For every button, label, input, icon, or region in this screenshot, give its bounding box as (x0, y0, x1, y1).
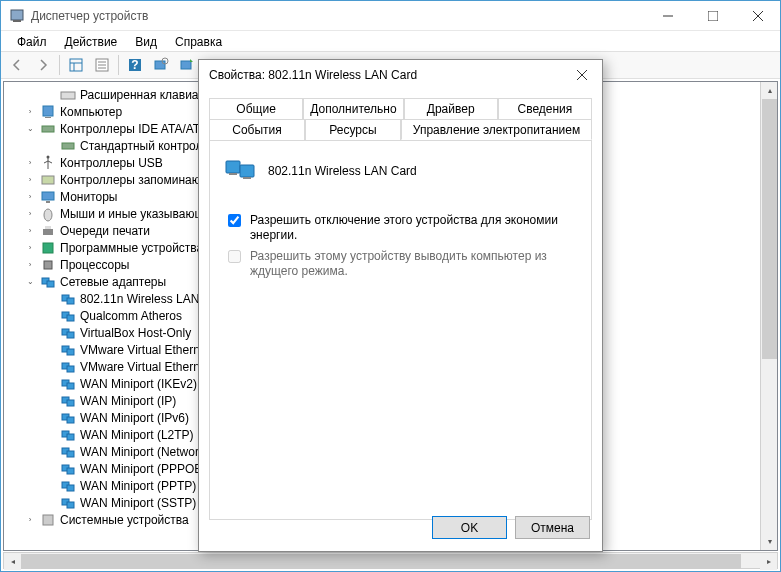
tree-toggle-spacer (44, 310, 56, 322)
tree-label[interactable]: Процессоры (60, 258, 130, 272)
dialog-buttons: OK Отмена (432, 516, 590, 539)
scroll-up-button[interactable]: ▴ (761, 82, 778, 99)
tree-label[interactable]: WAN Miniport (SSTP) (80, 496, 196, 510)
tree-label[interactable]: Компьютер (60, 105, 122, 119)
tree-toggle-icon[interactable]: › (24, 242, 36, 254)
app-icon (9, 8, 25, 24)
tree-label[interactable]: Программные устройства (60, 241, 203, 255)
tree-label[interactable]: Системные устройства (60, 513, 189, 527)
usb-icon (40, 155, 56, 171)
update-driver-button[interactable] (175, 54, 199, 76)
scan-hardware-button[interactable] (149, 54, 173, 76)
tree-toggle-icon[interactable]: › (24, 106, 36, 118)
allow-power-off-checkbox[interactable] (228, 214, 241, 227)
system-icon (40, 512, 56, 528)
tab-power-management[interactable]: Управление электропитанием (401, 119, 592, 140)
svg-rect-35 (67, 298, 74, 304)
show-hide-tree-button[interactable] (64, 54, 88, 76)
tree-label[interactable]: WAN Miniport (IKEv2) (80, 377, 197, 391)
svg-rect-63 (226, 161, 240, 173)
tree-toggle-icon[interactable]: › (24, 191, 36, 203)
tree-label[interactable]: Сетевые адаптеры (60, 275, 166, 289)
cancel-button[interactable]: Отмена (515, 516, 590, 539)
svg-rect-37 (67, 315, 74, 321)
forward-button[interactable] (31, 54, 55, 76)
ok-button[interactable]: OK (432, 516, 507, 539)
svg-rect-18 (61, 92, 75, 99)
menu-action[interactable]: Действие (57, 33, 126, 49)
net-icon (60, 410, 76, 426)
properties-toolbar-button[interactable] (90, 54, 114, 76)
svg-rect-28 (43, 229, 53, 235)
minimize-button[interactable] (645, 1, 690, 31)
tab-details[interactable]: Сведения (498, 98, 592, 119)
net-icon (40, 274, 56, 290)
net-icon (60, 308, 76, 324)
tree-label[interactable]: WAN Miniport (PPTP) (80, 479, 196, 493)
menu-view[interactable]: Вид (127, 33, 165, 49)
back-button[interactable] (5, 54, 29, 76)
horizontal-scrollbar[interactable]: ◂ ▸ (3, 552, 778, 569)
menu-file[interactable]: Файл (9, 33, 55, 49)
tree-toggle-icon[interactable]: › (24, 208, 36, 220)
tree-label[interactable]: Мониторы (60, 190, 117, 204)
svg-rect-15 (155, 61, 165, 69)
tree-label[interactable]: WAN Miniport (PPPOE) (80, 462, 206, 476)
cpu-icon (40, 257, 56, 273)
tree-toggle-icon[interactable]: › (24, 225, 36, 237)
network-adapter-icon (224, 155, 256, 187)
tree-toggle-icon[interactable]: › (24, 514, 36, 526)
dialog-close-button[interactable] (562, 61, 602, 89)
close-button[interactable] (735, 1, 780, 31)
svg-rect-51 (67, 434, 74, 440)
device-manager-window: Диспетчер устройств Файл Действие Вид Сп… (0, 0, 781, 572)
tree-toggle-icon[interactable]: › (24, 157, 36, 169)
tree-label[interactable]: Очереди печати (60, 224, 150, 238)
maximize-button[interactable] (690, 1, 735, 31)
tree-label[interactable]: WAN Miniport (IP) (80, 394, 176, 408)
tree-label[interactable]: VirtualBox Host-Only (80, 326, 191, 340)
svg-rect-47 (67, 400, 74, 406)
device-name-label: 802.11n Wireless LAN Card (268, 164, 417, 178)
scroll-thumb-v[interactable] (762, 99, 777, 359)
tree-label[interactable]: VMware Virtual Ethernet (80, 343, 210, 357)
svg-rect-66 (243, 177, 251, 179)
tree-toggle-icon[interactable]: ⌄ (24, 276, 36, 288)
storage-icon (40, 172, 56, 188)
tree-label[interactable]: Qualcomm Atheros (80, 309, 182, 323)
tree-toggle-icon[interactable]: ⌄ (24, 123, 36, 135)
svg-rect-33 (47, 281, 54, 287)
tab-strip: Общие Дополнительно Драйвер Сведения Соб… (209, 98, 592, 140)
tree-toggle-icon[interactable]: › (24, 259, 36, 271)
net-icon (60, 342, 76, 358)
ide-icon (40, 121, 56, 137)
allow-power-off-label[interactable]: Разрешить отключение этого устройства дл… (250, 213, 577, 243)
menubar: Файл Действие Вид Справка (1, 31, 780, 51)
titlebar[interactable]: Диспетчер устройств (1, 1, 780, 31)
menu-help[interactable]: Справка (167, 33, 230, 49)
svg-rect-29 (45, 226, 51, 229)
scroll-thumb-h[interactable] (21, 554, 741, 569)
tab-general[interactable]: Общие (209, 98, 303, 119)
scroll-left-button[interactable]: ◂ (4, 553, 21, 570)
tab-advanced[interactable]: Дополнительно (303, 98, 403, 119)
svg-rect-43 (67, 366, 74, 372)
tree-label[interactable]: VMware Virtual Ethernet (80, 360, 210, 374)
dialog-title: Свойства: 802.11n Wireless LAN Card (209, 68, 562, 82)
scroll-right-button[interactable]: ▸ (760, 553, 777, 570)
tree-label[interactable]: Контроллеры USB (60, 156, 163, 170)
vertical-scrollbar[interactable]: ▴ ▾ (760, 82, 777, 550)
dialog-titlebar[interactable]: Свойства: 802.11n Wireless LAN Card (199, 60, 602, 90)
tree-label[interactable]: WAN Miniport (IPv6) (80, 411, 189, 425)
svg-rect-49 (67, 417, 74, 423)
net-icon (60, 495, 76, 511)
tab-driver[interactable]: Драйвер (404, 98, 498, 119)
svg-rect-6 (70, 59, 82, 71)
tree-toggle-icon[interactable]: › (24, 174, 36, 186)
tab-resources[interactable]: Ресурсы (305, 119, 401, 140)
tab-events[interactable]: События (209, 119, 305, 140)
scroll-down-button[interactable]: ▾ (761, 533, 778, 550)
help-button[interactable]: ? (123, 54, 147, 76)
tree-label[interactable]: Контроллеры IDE ATA/ATAPI (60, 122, 219, 136)
tree-label[interactable]: WAN Miniport (L2TP) (80, 428, 194, 442)
